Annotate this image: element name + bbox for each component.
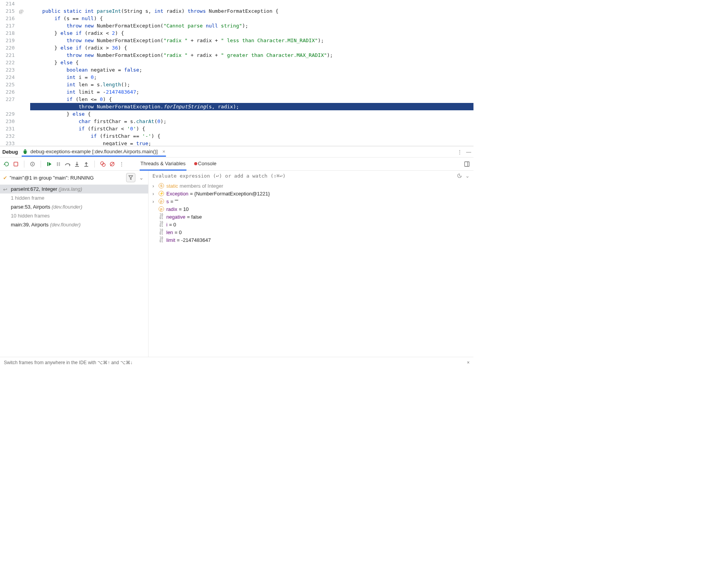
code-line[interactable]: 215@ public static int parseInt(String s… <box>0 7 473 15</box>
var-value: = {NumberFormatException@1221} <box>190 191 270 197</box>
code-line[interactable]: 214 <box>0 0 473 7</box>
code-text: if (len <= 0) { <box>30 96 112 103</box>
rerun-icon[interactable] <box>3 161 10 168</box>
line-number: 223 <box>0 66 16 74</box>
return-icon: ↩ <box>3 187 7 192</box>
code-line[interactable]: 229 } else { <box>0 110 473 118</box>
code-line[interactable]: 222 } else { <box>0 59 473 66</box>
variables-list[interactable]: ›Sstatic members of Integer›⚡Exception =… <box>149 181 473 245</box>
close-tab-icon[interactable]: × <box>162 149 166 154</box>
variable-row[interactable]: ›Sstatic members of Integer <box>149 182 473 190</box>
filter-icon[interactable] <box>126 173 135 182</box>
resume-icon[interactable] <box>46 161 53 168</box>
debug-run-config-tab[interactable]: debug-exceptions-example [:dev.flounder.… <box>22 147 166 157</box>
code-line[interactable]: 218 } else if (radix < 2) { <box>0 29 473 37</box>
code-line[interactable]: 231 if (firstChar < '0') { <box>0 125 473 132</box>
step-over-icon[interactable] <box>64 161 71 168</box>
code-editor[interactable]: 214215@ public static int parseInt(Strin… <box>0 0 473 146</box>
layout-icon[interactable] <box>463 161 470 168</box>
minimize-icon[interactable]: — <box>466 149 471 155</box>
var-type-icon: 1001 <box>158 237 165 243</box>
line-number: 218 <box>0 29 16 37</box>
debug-tool-window-header: Debug debug-exceptions-example [:dev.flo… <box>0 146 473 158</box>
stack-frame[interactable]: 1 hidden frame <box>0 193 148 202</box>
line-number: 214 <box>0 0 16 7</box>
code-text: if (s == null) { <box>30 15 103 22</box>
code-line[interactable]: 221 throw new NumberFormatException("rad… <box>0 51 473 59</box>
code-text: } else if (radix > 36) { <box>30 44 127 51</box>
code-text: int len = s.length(); <box>30 81 130 88</box>
code-text: if (firstChar == '-') { <box>30 132 161 140</box>
var-name: len <box>166 229 173 235</box>
variable-row[interactable]: 1001negative = false <box>149 213 473 221</box>
frames-list[interactable]: ↩parseInt:672, Integer (java.lang)1 hidd… <box>0 185 148 229</box>
code-line[interactable]: 230 char firstChar = s.charAt(0); <box>0 118 473 125</box>
line-number: 224 <box>0 74 16 81</box>
svg-rect-3 <box>47 162 48 166</box>
variable-row[interactable]: ›⚡Exception = {NumberFormatException@122… <box>149 190 473 197</box>
line-number: 233 <box>0 140 16 146</box>
variable-row[interactable]: 1001len = 0 <box>149 228 473 236</box>
show-execution-point-icon[interactable] <box>29 161 36 168</box>
variable-row[interactable]: ›ps = "" <box>149 197 473 205</box>
tip-close-icon[interactable]: × <box>467 360 470 365</box>
expand-icon[interactable]: › <box>152 199 158 204</box>
svg-rect-10 <box>465 162 469 166</box>
variable-row[interactable]: 1001limit = -2147483647 <box>149 236 473 244</box>
expand-eval-icon[interactable]: ⌄ <box>465 173 470 179</box>
code-line[interactable]: ⚡ throw NumberFormatException.forInputSt… <box>0 103 473 110</box>
code-text: } else { <box>30 110 91 118</box>
expand-icon[interactable]: › <box>152 183 158 189</box>
var-type-icon: 1001 <box>158 214 165 220</box>
code-line[interactable]: 219 throw new NumberFormatException("rad… <box>0 37 473 44</box>
pause-icon[interactable] <box>55 161 62 168</box>
debug-title: Debug <box>2 149 18 155</box>
var-name: static <box>166 183 178 189</box>
tip-text: Switch frames from anywhere in the IDE w… <box>4 360 133 365</box>
tab-threads-variables[interactable]: Threads & Variables <box>140 158 186 171</box>
var-name: limit <box>166 237 175 243</box>
stack-frame[interactable]: 10 hidden frames <box>0 211 148 220</box>
var-value: = 0 <box>169 222 176 228</box>
code-line[interactable]: 217 throw new NumberFormatException("Can… <box>0 22 473 29</box>
code-line[interactable]: 232 if (firstChar == '-') { <box>0 132 473 140</box>
stop-icon[interactable] <box>12 161 19 168</box>
stack-frame[interactable]: ↩parseInt:672, Integer (java.lang) <box>0 185 148 193</box>
thread-status[interactable]: "main"@1 in group "main": RUNNING <box>10 175 124 181</box>
thread-dropdown-icon[interactable]: ⌄ <box>138 175 145 181</box>
line-number: 217 <box>0 22 16 29</box>
tip-bar: Switch frames from anywhere in the IDE w… <box>0 357 473 368</box>
more-vert-icon[interactable]: ⋮ <box>457 149 462 155</box>
code-text: throw new NumberFormatException("radix "… <box>30 37 324 44</box>
var-type-icon: p <box>158 206 165 212</box>
mute-breakpoints-icon[interactable] <box>109 161 116 168</box>
evaluate-expression-input[interactable] <box>152 173 457 179</box>
code-line[interactable]: 233 negative = true; <box>0 140 473 146</box>
step-out-icon[interactable] <box>83 161 90 168</box>
more-actions-icon[interactable]: ⋮ <box>118 161 125 168</box>
code-text: negative = true; <box>30 140 151 146</box>
expand-icon[interactable]: › <box>152 191 158 197</box>
var-name: s <box>166 199 169 204</box>
tab-console[interactable]: Console <box>193 158 217 171</box>
debug-panels: ✔ "main"@1 in group "main": RUNNING ⌄ ↩p… <box>0 171 473 357</box>
variable-row[interactable]: 1001i = 0 <box>149 221 473 228</box>
code-line[interactable]: 224 int i = 0; <box>0 74 473 81</box>
bug-icon <box>22 149 28 154</box>
stack-frame[interactable]: main:39, Airports (dev.flounder) <box>0 220 148 229</box>
code-line[interactable]: 227 if (len <= 0) { <box>0 96 473 103</box>
svg-rect-5 <box>59 162 60 166</box>
variable-row[interactable]: pradix = 10 <box>149 205 473 213</box>
code-line[interactable]: 216 if (s == null) { <box>0 15 473 22</box>
var-type-icon: S <box>158 183 165 189</box>
code-line[interactable]: 226 int limit = -2147483647; <box>0 88 473 96</box>
view-breakpoints-icon[interactable] <box>99 161 106 168</box>
step-into-icon[interactable] <box>73 161 80 168</box>
history-icon[interactable] <box>457 173 462 179</box>
line-number: 226 <box>0 88 16 96</box>
code-text: int i = 0; <box>30 74 97 81</box>
stack-frame[interactable]: parse:53, Airports (dev.flounder) <box>0 202 148 211</box>
code-line[interactable]: 220 } else if (radix > 36) { <box>0 44 473 51</box>
code-line[interactable]: 225 int len = s.length(); <box>0 81 473 88</box>
code-line[interactable]: 223 boolean negative = false; <box>0 66 473 74</box>
